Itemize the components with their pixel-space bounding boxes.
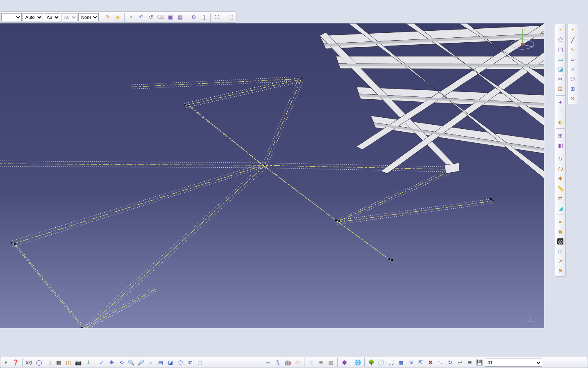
select-1[interactable]	[1, 13, 22, 21]
svg-line-13	[12, 168, 262, 247]
fx-icon[interactable]: f(x)	[25, 358, 34, 367]
dropdown-icon[interactable]: ▾	[1, 358, 10, 367]
explode-icon[interactable]: ⇲	[406, 358, 415, 367]
box-b-icon[interactable]: ▦	[176, 13, 185, 22]
arc-icon[interactable]: ↶	[136, 13, 145, 22]
camera-icon[interactable]: 📷	[74, 358, 83, 367]
list-icon[interactable]: ≣	[465, 358, 474, 367]
undo-arrow-icon[interactable]: ↩	[455, 358, 464, 367]
orbit-b-icon[interactable]: ⟲	[117, 358, 126, 367]
zoom-area-icon[interactable]: ⌕	[146, 358, 155, 367]
collapse-icon[interactable]: ⇱	[416, 358, 425, 367]
arrow-icon[interactable]: ➚	[556, 256, 565, 265]
cluster-icon[interactable]: ✦	[556, 98, 565, 107]
arc-merge-icon[interactable]: ⌒	[556, 107, 565, 117]
svg-rect-47	[188, 105, 189, 106]
layers-icon[interactable]: ≣	[316, 358, 325, 367]
box-a-icon[interactable]: ▣	[166, 13, 175, 22]
axis-on-icon[interactable]: ⛶	[386, 358, 395, 367]
move-icon[interactable]: ✥	[107, 358, 116, 367]
sphere-b-icon[interactable]: ◉	[556, 227, 565, 236]
orbit-icon[interactable]: ↻	[556, 154, 565, 163]
hemisphere-icon[interactable]: ◐	[556, 117, 565, 126]
xyz-icon[interactable]: ⛶	[213, 13, 222, 22]
select-4[interactable]: Aut	[61, 13, 77, 21]
cube-icon[interactable]: ◫	[64, 358, 73, 367]
help-icon[interactable]: ❓	[11, 358, 20, 367]
svg-rect-50	[81, 327, 83, 328]
svg-line-29	[338, 222, 391, 261]
eraser-icon[interactable]: ⌫	[156, 13, 165, 22]
brush-icon[interactable]: ✎	[103, 13, 112, 22]
rotate-b-icon[interactable]: ↻	[445, 358, 454, 367]
pill-icon[interactable]: ⬭	[293, 358, 302, 367]
robot-icon[interactable]: 🤖	[283, 358, 292, 367]
shape-icon[interactable]: ⬠	[556, 35, 565, 44]
capture-icon[interactable]: ⧉	[186, 358, 195, 367]
clock-icon[interactable]: 🕓	[377, 358, 386, 367]
mirror-icon[interactable]: ⇋	[436, 358, 445, 367]
views-icon[interactable]: ▤	[156, 358, 165, 367]
svg-line-2	[0, 164, 262, 165]
face-icon[interactable]: ◧	[556, 141, 565, 150]
diamond-icon[interactable]: ◆	[113, 13, 122, 22]
sphere-a-icon[interactable]: ●	[556, 217, 565, 226]
delete-icon[interactable]: ✖	[426, 358, 435, 367]
panel-icon[interactable]: ▥	[326, 358, 335, 367]
3d-viewport[interactable]: z y	[0, 23, 544, 328]
pan-icon[interactable]: ✥	[556, 174, 565, 183]
svg-line-26	[264, 79, 301, 166]
tree-icon[interactable]: 🌳	[367, 358, 376, 367]
svg-rect-48	[11, 242, 12, 244]
select-3[interactable]: Aut	[44, 13, 60, 21]
iso2-icon[interactable]: ⬠	[176, 358, 185, 367]
line-icon[interactable]: ╱	[568, 35, 577, 44]
plate-icon[interactable]: ◪	[556, 64, 565, 73]
grid-search-icon[interactable]: ⊡	[556, 247, 565, 256]
align-h-icon[interactable]: ⇿	[263, 358, 272, 367]
window-icon[interactable]: ▢	[195, 358, 204, 367]
globe-icon[interactable]: 🌐	[353, 358, 362, 367]
circle-icon[interactable]: ○	[568, 64, 577, 73]
point-icon[interactable]: •	[556, 25, 565, 34]
sketch-icon[interactable]: ∿	[568, 45, 577, 54]
box-icon[interactable]: ▢	[556, 45, 565, 54]
iso-icon[interactable]: ◪	[166, 358, 175, 367]
svg-line-39	[82, 288, 154, 328]
loop-icon[interactable]: ◯	[34, 358, 43, 367]
save-arrow-icon[interactable]: ⤓	[84, 358, 93, 367]
disk-icon[interactable]: 💾	[475, 358, 484, 367]
zoom-out-icon[interactable]: 🔎	[136, 358, 145, 367]
wall-icon[interactable]: ▯	[199, 13, 208, 22]
plane-icon[interactable]: ▱	[568, 55, 577, 64]
select-5[interactable]: None	[78, 13, 99, 21]
slab-icon[interactable]: ▭	[556, 55, 565, 64]
cyan-icon[interactable]: ◢	[556, 203, 565, 213]
convert-icon[interactable]: ⇄	[556, 194, 565, 203]
axis-icon[interactable]: ⤧	[568, 94, 577, 103]
grid-icon[interactable]: ▦	[54, 358, 63, 367]
gear-icon[interactable]: ⚙	[189, 13, 198, 22]
target-icon[interactable]: ◎	[556, 237, 565, 246]
repeat-arc-icon[interactable]: ↺	[146, 13, 155, 22]
cut-icon[interactable]: ✂	[556, 74, 565, 83]
zoom-in-icon[interactable]: 🔍	[127, 358, 136, 367]
grid-on-icon[interactable]: ▦	[396, 358, 405, 367]
small-dot-icon[interactable]: •	[127, 13, 136, 22]
ruler-icon[interactable]: 📏	[556, 184, 565, 193]
flag-icon[interactable]: ⚑	[556, 266, 565, 275]
transparent-icon[interactable]: ◫	[306, 358, 316, 367]
ghost-icon[interactable]: ⬚	[44, 358, 53, 367]
hatch-icon[interactable]: ⊞	[568, 84, 577, 93]
dot-b-icon[interactable]: •	[568, 25, 577, 34]
rotate-icon[interactable]: ⭮	[556, 164, 565, 173]
lock-icon[interactable]: ⊞	[556, 131, 565, 140]
mode-icon[interactable]: ⬢	[340, 358, 349, 367]
cubes-icon[interactable]: ⬚	[226, 13, 235, 22]
polygon-icon[interactable]: ⬠	[568, 74, 577, 83]
scale-select[interactable]: 01	[485, 359, 542, 367]
align-v-icon[interactable]: ⇅	[273, 358, 282, 367]
select-2[interactable]: Auto	[23, 13, 43, 21]
fit-icon[interactable]: ⤢	[97, 358, 106, 367]
link-icon[interactable]: 🖺	[556, 84, 565, 93]
